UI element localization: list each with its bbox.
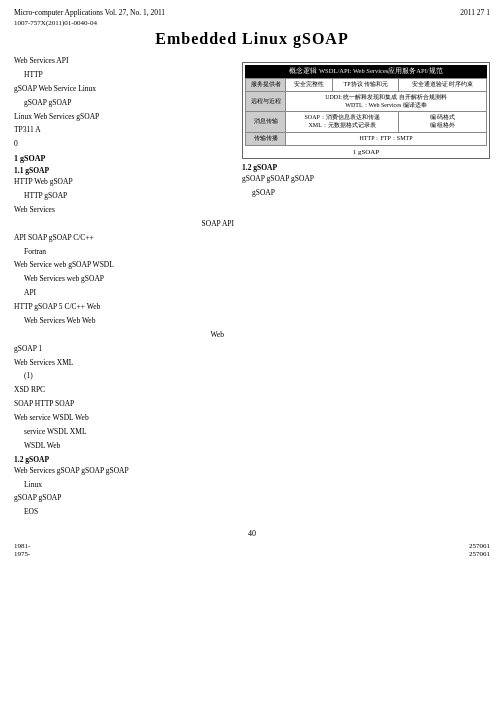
row2-mid: UDDI: 统一解释发现和集成 自开解析合规测料 WDTL：Web Servic… [286, 91, 487, 112]
diagram-row1: 服务提供者 安全完整性 TP协议 传输和元 安全通道验证 时序约束 [246, 79, 487, 92]
footer-right2: 257061 [469, 550, 490, 558]
row4-left: 传输传播 [246, 132, 286, 145]
row3-left: 消息传输 [246, 112, 286, 133]
row1-mid3: 安全通道验证 时序约束 [399, 79, 487, 92]
para-webservices: Web Services API [14, 56, 234, 67]
diagram-row3: 消息传输 SOAP：消费信息表达和传递 XML：元数据格式记录表 编 码格式 编… [246, 112, 487, 133]
para-service-wsdl: service WSDL XML [14, 427, 234, 438]
para-sec1-http3: HTTP gSOAP 5 C/C++ Web [14, 302, 234, 313]
para-sec1-web: Web Service web gSOAP WSDL [14, 260, 234, 271]
para-sec1-ws2: Web Services Web Web [14, 316, 234, 327]
page: Micro-computer Applications Vol. 27, No.… [0, 0, 504, 568]
row1-left: 服务提供者 [246, 79, 286, 92]
main-title: Embedded Linux gSOAP [14, 30, 490, 48]
journal-ref: 1007-757X(2011)01-0040-04 [14, 19, 490, 27]
row2-left: 远程与近程 [246, 91, 286, 112]
row1-mid1: 安全完整性 [286, 79, 333, 92]
para-right1: gSOAP gSOAP gSOAP [242, 174, 490, 185]
row3-mid: SOAP：消费信息表达和传递 XML：元数据格式记录表 [286, 112, 399, 133]
left-column: Web Services API HTTP gSOAP Web Service … [14, 56, 234, 521]
footer-left2: 1975- [14, 550, 30, 558]
section1: 1 gSOAP [14, 154, 234, 163]
para-sec1-web2: Web [14, 330, 234, 341]
footer-left: 1981- 1975- [14, 542, 30, 558]
row3-right-b: 编 组格外 [402, 122, 483, 130]
footer-right1: 257061 [469, 542, 490, 550]
para-tp311: TP311 A [14, 125, 234, 136]
para-sec1-http: HTTP Web gSOAP [14, 177, 234, 188]
row2-mid2: WDTL：Web Services 编译适奉 [289, 102, 483, 110]
diagram-table: 服务提供者 安全完整性 TP协议 传输和元 安全通道验证 时序约束 [245, 78, 487, 146]
gsoap-diagram: 概念逻辑 WSDL/API: Web Services应用服务API/规范 服务… [242, 62, 490, 159]
para-eos: EOS [14, 507, 234, 518]
footer-refs: 1981- 1975- 257061 257061 [14, 542, 490, 558]
subsection1-2-right: 1.2 gSOAP [242, 163, 490, 172]
para-http: HTTP [14, 70, 234, 81]
para-gsoap1: gSOAP Web Service Linux [14, 84, 234, 95]
para-sec1-fortran: Fortran [14, 247, 234, 258]
page-number: 40 [14, 529, 490, 538]
diagram-row4: 传输传播 HTTP：FTP：SMTP [246, 132, 487, 145]
para-ws-1: (1) [14, 371, 234, 382]
para-xsd: XSD RPC [14, 385, 234, 396]
journal-title: Micro-computer Applications Vol. 27, No.… [14, 8, 165, 17]
header: Micro-computer Applications Vol. 27, No.… [14, 8, 490, 17]
para-sec1-soapapi: SOAP API [14, 219, 234, 230]
footer-right: 257061 257061 [469, 542, 490, 558]
subsection1-2: 1.2 gSOAP [14, 455, 234, 464]
year-vol: 2011 27 1 [460, 8, 490, 17]
para-zero: 0 [14, 139, 234, 150]
diagram-caption: 1 gSOAP [245, 148, 487, 156]
para-linux: Linux Web Services gSOAP [14, 112, 234, 123]
para-sec1-api: API SOAP gSOAP C/C++ [14, 233, 234, 244]
row4-mid: HTTP：FTP：SMTP [286, 132, 487, 145]
para-sec1-gsoap1: gSOAP 1 [14, 344, 234, 355]
right-column: 概念逻辑 WSDL/API: Web Services应用服务API/规范 服务… [242, 56, 490, 521]
para-sec1-api2: API [14, 288, 234, 299]
footer-left1: 1981- [14, 542, 30, 550]
two-column-layout: Web Services API HTTP gSOAP Web Service … [14, 56, 490, 521]
diagram-row2: 远程与近程 UDDI: 统一解释发现和集成 自开解析合规测料 WDTL：Web … [246, 91, 487, 112]
diagram-header: 概念逻辑 WSDL/API: Web Services应用服务API/规范 [245, 65, 487, 78]
row1-mid2: TP协议 传输和元 [333, 79, 399, 92]
para-webservice-wsdl: Web service WSDL Web [14, 413, 234, 424]
row3-mid1a: SOAP：消费信息表达和传递 [289, 114, 395, 122]
para-wsdl-web: WSDL Web [14, 441, 234, 452]
para-sec1-http2: HTTP gSOAP [14, 191, 234, 202]
para-12a: Web Services gSOAP gSOAP gSOAP [14, 466, 234, 477]
para-gsoap2: gSOAP gSOAP [14, 98, 234, 109]
row2-mid1: UDDI: 统一解释发现和集成 自开解析合规测料 [289, 94, 483, 102]
para-12b: Linux [14, 480, 234, 491]
para-right2: gSOAP [242, 188, 490, 199]
para-sec1-webservices: Web Services web gSOAP [14, 274, 234, 285]
para-12c: gSOAP gSOAP [14, 493, 234, 504]
para-soap-http: SOAP HTTP SOAP [14, 399, 234, 410]
subsection1-1: 1.1 gSOAP [14, 166, 234, 175]
row3-right: 编 码格式 编 组格外 [399, 112, 487, 133]
row3-mid1b: XML：元数据格式记录表 [289, 122, 395, 130]
para-sec1-ws: Web Services [14, 205, 234, 216]
para-ws-xml: Web Services XML [14, 358, 234, 369]
